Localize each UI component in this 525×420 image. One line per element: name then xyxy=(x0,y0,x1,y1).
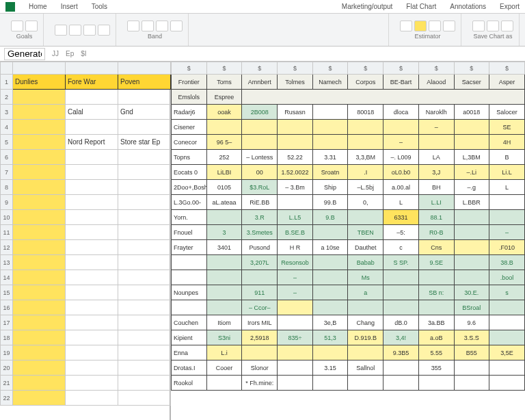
cell[interactable]: Sallnol xyxy=(348,360,383,376)
ribbon-button[interactable] xyxy=(170,21,183,31)
cell[interactable]: 3,4! xyxy=(383,330,419,345)
cell[interactable]: ooak xyxy=(206,105,242,120)
cell[interactable]: 3.15 xyxy=(312,360,348,376)
cell[interactable] xyxy=(13,135,66,150)
cell[interactable] xyxy=(66,270,118,285)
col-header[interactable]: $ xyxy=(489,62,525,75)
cell-header[interactable]: Fore War xyxy=(66,75,118,90)
col-header[interactable] xyxy=(66,62,118,75)
cell-header[interactable]: Asper xyxy=(489,75,525,90)
row-header[interactable]: 18 xyxy=(1,330,13,345)
cell[interactable] xyxy=(489,376,525,391)
row-header[interactable]: 8 xyxy=(1,180,13,195)
col-header[interactable]: $ xyxy=(454,62,489,75)
cell[interactable]: a xyxy=(348,285,383,300)
cell[interactable] xyxy=(278,120,313,135)
col-header[interactable]: $ xyxy=(348,62,383,75)
ribbon-button[interactable] xyxy=(98,25,110,36)
cell[interactable] xyxy=(454,225,489,240)
cell[interactable] xyxy=(206,270,242,285)
cell[interactable]: Dauthet xyxy=(348,240,383,255)
cell[interactable] xyxy=(13,330,66,345)
cell[interactable]: 2,5918 xyxy=(242,330,278,345)
cell[interactable] xyxy=(66,240,118,255)
cell[interactable]: Store star Ep xyxy=(118,135,171,150)
cell[interactable]: L.i xyxy=(206,345,242,360)
cell[interactable]: D.919.B xyxy=(348,330,383,345)
cell[interactable]: – xyxy=(418,120,454,135)
row-label[interactable]: Kipient xyxy=(172,330,207,345)
col-header[interactable]: $ xyxy=(383,62,419,75)
cell[interactable] xyxy=(278,300,313,315)
cell-header[interactable]: BE-Bart xyxy=(383,75,419,90)
cell[interactable]: – Lontess xyxy=(242,150,278,165)
cell[interactable] xyxy=(454,270,489,285)
cell[interactable]: SB n: xyxy=(418,285,454,300)
cell[interactable]: 51,3 xyxy=(312,330,348,345)
row-label[interactable]: Drotas.I xyxy=(172,360,207,376)
cell[interactable] xyxy=(454,360,489,376)
row-label[interactable]: Couchen xyxy=(172,315,207,330)
row-header[interactable]: 2 xyxy=(1,90,13,105)
cell-header[interactable]: Poven xyxy=(118,75,171,90)
cell[interactable] xyxy=(312,300,348,315)
cell[interactable] xyxy=(13,345,66,360)
cell[interactable] xyxy=(312,285,348,300)
col-header[interactable] xyxy=(13,62,66,75)
cell[interactable]: 4H xyxy=(489,135,525,150)
cell[interactable]: – Ccor– xyxy=(242,300,278,315)
cell[interactable] xyxy=(383,120,419,135)
cell[interactable]: a0018 xyxy=(454,105,489,120)
cell[interactable]: 835÷ xyxy=(278,330,313,345)
cell[interactable]: 9.3B5 xyxy=(383,345,419,360)
cell[interactable] xyxy=(418,270,454,285)
cell[interactable]: Babab xyxy=(348,255,383,270)
cell[interactable]: 1.52.0022 xyxy=(278,165,313,180)
row-label[interactable]: L.3Go.00- xyxy=(172,195,207,210)
ribbon-button[interactable] xyxy=(127,21,139,31)
cell[interactable] xyxy=(454,135,489,150)
cell[interactable] xyxy=(418,135,454,150)
cell[interactable] xyxy=(348,135,383,150)
cell[interactable]: c xyxy=(383,240,419,255)
row-label[interactable]: Nounpes xyxy=(172,285,207,300)
menu-insert[interactable]: Insert xyxy=(61,3,78,10)
cell[interactable] xyxy=(13,210,66,225)
cell[interactable] xyxy=(66,180,118,195)
cell[interactable] xyxy=(118,360,171,376)
cell[interactable]: L xyxy=(489,180,525,195)
cell[interactable]: Espree xyxy=(206,90,242,105)
cell[interactable]: R0-B xyxy=(418,225,454,240)
row-header[interactable]: 3 xyxy=(1,105,13,120)
row-label[interactable]: Eocats 0 xyxy=(172,165,207,180)
cell[interactable] xyxy=(242,270,278,285)
cell[interactable]: Nord Report xyxy=(66,135,118,150)
menu-marketing[interactable]: Marketing/output xyxy=(342,3,393,10)
row-header[interactable]: 14 xyxy=(1,270,13,285)
cell[interactable] xyxy=(13,255,66,270)
ribbon-button-highlight[interactable] xyxy=(414,21,427,31)
cell[interactable] xyxy=(348,120,383,135)
cell[interactable] xyxy=(118,225,171,240)
cell[interactable] xyxy=(13,165,66,180)
cell[interactable] xyxy=(278,135,313,150)
cell[interactable] xyxy=(278,345,313,360)
row-header[interactable]: 5 xyxy=(1,135,13,150)
row-label[interactable]: Yorn. xyxy=(172,210,207,225)
cell[interactable]: L,3BM xyxy=(454,150,489,165)
cell[interactable] xyxy=(13,105,66,120)
cell[interactable]: B55 xyxy=(454,345,489,360)
cell[interactable] xyxy=(13,150,66,165)
cell[interactable] xyxy=(66,225,118,240)
cell[interactable] xyxy=(206,120,242,135)
row-header[interactable]: 11 xyxy=(1,225,13,240)
cell[interactable]: 3 xyxy=(206,225,242,240)
cell[interactable]: .F010 xyxy=(489,240,525,255)
cell[interactable]: L xyxy=(383,195,419,210)
cell[interactable]: $3.RoL xyxy=(242,180,278,195)
cell[interactable] xyxy=(489,330,525,345)
cell[interactable]: – xyxy=(489,225,525,240)
cell[interactable]: 96 5– xyxy=(206,135,242,150)
cell[interactable]: –L.5bj xyxy=(348,180,383,195)
cell[interactable] xyxy=(66,300,118,315)
